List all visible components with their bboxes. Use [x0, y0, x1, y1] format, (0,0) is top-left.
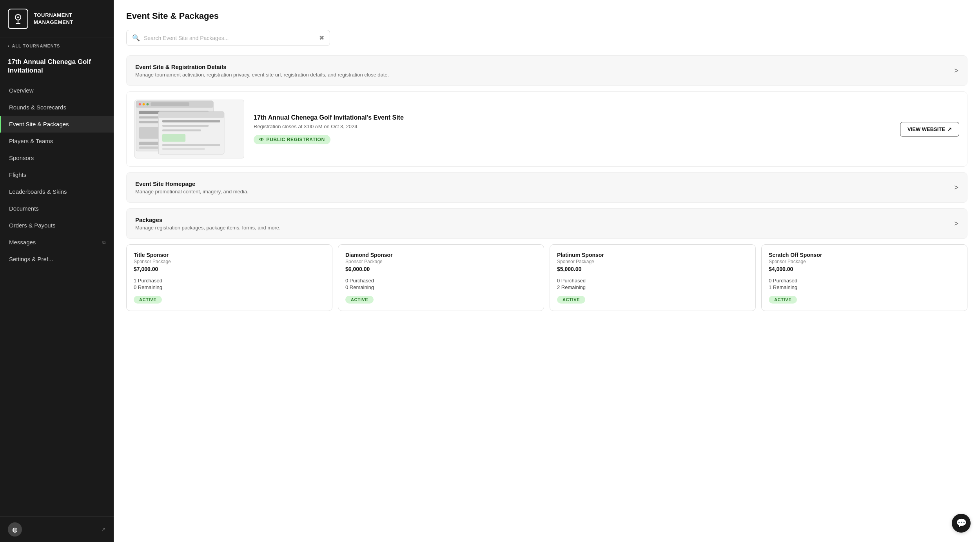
package-remaining: 2 Remaining — [557, 284, 748, 290]
app-title: TOURNAMENT MANAGEMENT — [34, 12, 73, 26]
svg-rect-23 — [162, 134, 185, 142]
package-remaining: 1 Remaining — [769, 284, 960, 290]
sidebar-item-label: Event Site & Packages — [9, 121, 106, 127]
package-type: Sponsor Package — [134, 259, 325, 264]
svg-rect-25 — [162, 148, 205, 150]
page-title: Event Site & Packages — [126, 11, 967, 21]
sidebar-item-label: Settings & Pref... — [9, 256, 106, 262]
packages-content: Packages Manage registration packages, p… — [135, 216, 950, 231]
svg-rect-9 — [151, 102, 189, 106]
tournament-name: 17th Annual Chenega Golf Invitational — [0, 54, 114, 82]
svg-rect-20 — [162, 120, 220, 122]
package-status-badge: ACTIVE — [134, 296, 162, 304]
registration-details-title: Event Site & Registration Details — [135, 64, 950, 70]
sidebar-item-rounds-scorecards[interactable]: Rounds & Scorecards — [0, 99, 114, 116]
external-link-icon: ↗ — [947, 126, 952, 132]
public-registration-badge: 👁 PUBLIC REGISTRATION — [254, 135, 330, 144]
search-icon: 🔍 — [132, 34, 140, 42]
chevron-right-icon: > — [954, 67, 958, 75]
svg-point-6 — [139, 103, 141, 105]
external-link-icon[interactable]: ↗ — [101, 526, 106, 533]
sidebar-item-label: Sponsors — [9, 155, 106, 161]
sidebar-item-leaderboards-skins[interactable]: Leaderboards & Skins — [0, 183, 114, 200]
homepage-row[interactable]: Event Site Homepage Manage promotional c… — [126, 172, 967, 203]
package-type: Sponsor Package — [769, 259, 960, 264]
package-remaining: 0 Remaining — [134, 284, 325, 290]
sidebar-item-settings-pref[interactable]: Settings & Pref... — [0, 251, 114, 267]
search-input[interactable] — [144, 35, 315, 41]
chevron-right-icon: > — [954, 184, 958, 192]
sidebar-item-label: Orders & Payouts — [9, 222, 106, 229]
clear-search-icon[interactable]: ✖ — [319, 34, 324, 42]
package-purchased: 1 Purchased — [134, 278, 325, 284]
package-remaining: 0 Remaining — [345, 284, 537, 290]
sidebar-item-players-teams[interactable]: Players & Teams — [0, 133, 114, 149]
sidebar-item-label: Overview — [9, 87, 106, 94]
homepage-desc: Manage promotional content, imagery, and… — [135, 189, 950, 195]
registration-details-desc: Manage tournament activation, registrati… — [135, 72, 950, 78]
back-button[interactable]: ‹ ALL TOURNAMENTS — [0, 38, 114, 54]
package-purchased: 0 Purchased — [557, 278, 748, 284]
search-bar: 🔍 ✖ — [126, 30, 330, 46]
app-logo — [8, 9, 28, 29]
sidebar-nav: OverviewRounds & ScorecardsEvent Site & … — [0, 82, 114, 267]
chat-button[interactable]: 💬 — [952, 514, 971, 533]
sidebar-item-event-site-packages[interactable]: Event Site & Packages — [0, 116, 114, 133]
package-status-badge: ACTIVE — [769, 296, 797, 304]
svg-rect-22 — [162, 129, 201, 131]
sidebar-item-documents[interactable]: Documents — [0, 200, 114, 217]
package-price: $7,000.00 — [134, 266, 325, 272]
svg-rect-18 — [158, 112, 224, 155]
package-purchased: 0 Purchased — [769, 278, 960, 284]
package-type: Sponsor Package — [345, 259, 537, 264]
eye-icon: 👁 — [259, 137, 264, 142]
registration-details-content: Event Site & Registration Details Manage… — [135, 64, 950, 78]
chevron-left-icon: ‹ — [8, 44, 10, 48]
package-card-platinum-sponsor[interactable]: Platinum Sponsor Sponsor Package $5,000.… — [550, 244, 756, 311]
sidebar-item-messages[interactable]: Messages⧉ — [0, 234, 114, 251]
package-card-title-sponsor[interactable]: Title Sponsor Sponsor Package $7,000.00 … — [126, 244, 332, 311]
svg-rect-24 — [162, 144, 220, 146]
packages-row[interactable]: Packages Manage registration packages, p… — [126, 208, 967, 239]
event-preview-card: 17th Annual Chenega Golf Invitational's … — [126, 91, 967, 167]
sidebar-item-sponsors[interactable]: Sponsors — [0, 149, 114, 166]
event-site-reg-close: Registration closes at 3:00 AM on Oct 3,… — [254, 124, 891, 129]
svg-rect-19 — [158, 112, 224, 118]
event-site-title: 17th Annual Chenega Golf Invitational's … — [254, 114, 891, 121]
package-type: Sponsor Package — [557, 259, 748, 264]
homepage-title: Event Site Homepage — [135, 180, 950, 187]
package-card-diamond-sponsor[interactable]: Diamond Sponsor Sponsor Package $6,000.0… — [338, 244, 544, 311]
svg-point-1 — [17, 16, 19, 18]
packages-desc: Manage registration packages, package it… — [135, 225, 950, 231]
packages-title: Packages — [135, 216, 950, 223]
svg-point-7 — [143, 103, 145, 105]
package-status-badge: ACTIVE — [557, 296, 585, 304]
external-icon: ⧉ — [102, 240, 106, 245]
sidebar-item-label: Documents — [9, 205, 106, 212]
sidebar-item-label: Flights — [9, 171, 106, 178]
sidebar-item-label: Leaderboards & Skins — [9, 188, 106, 195]
package-title: Platinum Sponsor — [557, 252, 748, 258]
sidebar: TOURNAMENT MANAGEMENT ‹ ALL TOURNAMENTS … — [0, 0, 114, 542]
view-website-button[interactable]: VIEW WEBSITE ↗ — [900, 122, 959, 136]
package-purchased: 0 Purchased — [345, 278, 537, 284]
package-title: Scratch Off Sponsor — [769, 252, 960, 258]
sidebar-item-overview[interactable]: Overview — [0, 82, 114, 99]
svg-rect-21 — [162, 125, 209, 127]
sidebar-item-flights[interactable]: Flights — [0, 166, 114, 183]
homepage-content: Event Site Homepage Manage promotional c… — [135, 180, 950, 195]
package-price: $5,000.00 — [557, 266, 748, 272]
sidebar-bottom: ◍ ↗ — [0, 517, 114, 542]
sidebar-item-orders-payouts[interactable]: Orders & Payouts — [0, 217, 114, 234]
sidebar-header: TOURNAMENT MANAGEMENT — [0, 0, 114, 38]
package-title: Title Sponsor — [134, 252, 325, 258]
package-status-badge: ACTIVE — [345, 296, 374, 304]
registration-details-row[interactable]: Event Site & Registration Details Manage… — [126, 55, 967, 86]
package-card-scratch-off-sponsor[interactable]: Scratch Off Sponsor Sponsor Package $4,0… — [761, 244, 967, 311]
avatar[interactable]: ◍ — [8, 522, 22, 537]
event-preview-thumbnail — [134, 100, 244, 158]
package-title: Diamond Sponsor — [345, 252, 537, 258]
sidebar-item-label: Messages — [9, 239, 102, 246]
packages-grid: Title Sponsor Sponsor Package $7,000.00 … — [126, 244, 967, 311]
main-content: Event Site & Packages 🔍 ✖ Event Site & R… — [114, 0, 980, 542]
